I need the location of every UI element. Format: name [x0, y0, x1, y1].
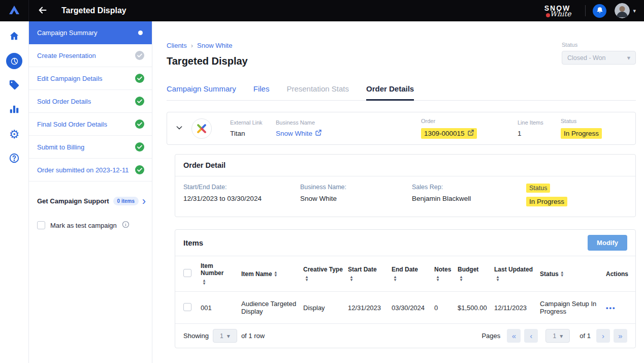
bar-chart-icon: [9, 104, 20, 116]
settings-nav-button[interactable]: ⚙: [6, 126, 22, 142]
modify-button[interactable]: Modify: [588, 235, 627, 251]
order-number-link[interactable]: 1309-000015: [421, 128, 477, 139]
step-label: Order submitted on 2023-12-11: [37, 166, 128, 174]
page-size-dropdown[interactable]: 1 ▾: [213, 329, 237, 343]
order-detail-title: Order Detail: [175, 155, 635, 176]
sidebar-step-order-submitted[interactable]: Order submitted on 2023-12-11: [29, 159, 152, 182]
chevron-down-icon: ▾: [627, 54, 630, 62]
row-actions-menu-button[interactable]: •••: [606, 304, 616, 312]
collapse-order-button[interactable]: [175, 124, 187, 133]
col-header-status[interactable]: Status: [538, 256, 604, 292]
breadcrumb-clients-link[interactable]: Clients: [167, 42, 187, 49]
sidebar-step-create-presentation[interactable]: Create Presentation: [29, 44, 152, 67]
line-items-label: Line Items: [518, 119, 561, 126]
row-select-cell: [175, 292, 199, 324]
user-avatar[interactable]: [615, 3, 630, 18]
chevron-right-icon: ›: [602, 331, 604, 340]
col-header-creative-type[interactable]: Creative Type: [301, 256, 346, 292]
app-logo-icon: [8, 4, 21, 18]
get-campaign-support-link[interactable]: Get Campaign Support 0 items ›: [29, 197, 152, 205]
previous-page-button[interactable]: ‹: [524, 329, 538, 343]
next-page-button[interactable]: ›: [596, 329, 610, 343]
page-title: Targeted Display: [167, 55, 248, 67]
tag-icon: [9, 79, 20, 92]
col-header-budget[interactable]: Budget: [456, 256, 492, 292]
sales-rep-value: Benjamin Blackwell: [412, 195, 526, 202]
campaign-status-dropdown[interactable]: Closed - Won ▾: [562, 51, 636, 65]
select-all-checkbox[interactable]: [183, 269, 191, 277]
first-page-button[interactable]: «: [507, 329, 521, 343]
check-circle-gray-icon: [135, 50, 145, 60]
col-header-start-date[interactable]: Start Date: [346, 256, 390, 292]
status-filter-label: Status: [562, 42, 636, 48]
home-icon: [9, 31, 20, 43]
creative-type-cell: Display: [301, 292, 346, 324]
step-label: Create Presentation: [37, 52, 96, 59]
tab-order-details[interactable]: Order Details: [366, 84, 414, 101]
items-card: Items Modify Item Number Item Name Creat…: [175, 229, 636, 348]
rows-count-text: of 1 row: [241, 332, 265, 340]
external-link-icon: [315, 130, 321, 137]
reports-nav-button[interactable]: [6, 102, 22, 118]
col-header-end-date[interactable]: End Date: [390, 256, 432, 292]
sort-icon: [460, 276, 462, 282]
col-header-last-updated[interactable]: Last Updated: [492, 256, 538, 292]
user-menu-chevron-icon[interactable]: ▾: [633, 8, 636, 14]
help-nav-button[interactable]: [6, 150, 22, 167]
table-header-row: Item Number Item Name Creative Type Star…: [175, 256, 635, 292]
start-end-date-value: 12/31/2023 to 03/30/2024: [183, 195, 300, 202]
main-content: Clients › Snow White Targeted Display St…: [152, 21, 644, 363]
items-title: Items: [183, 238, 203, 247]
test-campaign-label: Mark as test campaign: [50, 222, 117, 229]
external-link-label: External Link: [230, 119, 276, 126]
titan-x-logo: [191, 118, 212, 139]
col-header-item-name[interactable]: Item Name: [239, 256, 301, 292]
business-name-link[interactable]: Snow White: [276, 130, 421, 137]
sidebar-step-final-sold-order-details[interactable]: Final Sold Order Details: [29, 113, 152, 136]
sidebar-step-campaign-summary[interactable]: Campaign Summary: [29, 21, 152, 44]
step-label: Sold Order Details: [37, 98, 91, 105]
col-header-item-number[interactable]: Item Number: [199, 256, 239, 292]
tab-campaign-summary[interactable]: Campaign Summary: [167, 84, 236, 101]
double-chevron-left-icon: «: [512, 331, 516, 340]
table-row: 001 Audience Targeted Display Display 12…: [175, 292, 635, 324]
last-updated-cell: 12/11/2023: [492, 292, 538, 324]
tab-presentation-stats[interactable]: Presentation Stats: [286, 84, 349, 101]
back-button[interactable]: [37, 5, 48, 17]
page-number-dropdown[interactable]: 1 ▾: [545, 329, 570, 343]
notifications-button[interactable]: [593, 4, 606, 18]
app-logo[interactable]: [0, 0, 29, 21]
sort-icon: [203, 279, 205, 285]
sidebar-step-edit-campaign-details[interactable]: Edit Campaign Details: [29, 67, 152, 90]
check-circle-green-icon: [135, 73, 145, 83]
step-label: Submit to Billing: [37, 143, 84, 151]
select-row-checkbox[interactable]: [183, 303, 191, 311]
back-arrow-icon: [37, 5, 48, 17]
tab-bar: Campaign Summary Files Presentation Stat…: [167, 84, 636, 101]
info-icon[interactable]: [122, 221, 130, 230]
sidebar-step-submit-to-billing[interactable]: Submit to Billing: [29, 136, 152, 159]
support-label: Get Campaign Support: [37, 197, 109, 205]
breadcrumb-client-name-link[interactable]: Snow White: [197, 42, 232, 49]
col-header-notes[interactable]: Notes: [432, 256, 456, 292]
business-name-text: Snow White: [276, 130, 312, 137]
end-date-cell: 03/30/2024: [390, 292, 432, 324]
notes-cell: 0: [432, 292, 456, 324]
tab-files[interactable]: Files: [253, 84, 270, 101]
start-date-cell: 12/31/2023: [346, 292, 390, 324]
apple-icon: [546, 13, 550, 17]
external-link-icon: [468, 130, 474, 137]
last-page-button[interactable]: »: [614, 329, 627, 343]
pie-chart-icon: [6, 53, 22, 69]
test-campaign-checkbox[interactable]: [37, 221, 45, 229]
snow-white-brand-logo: SNOW White: [544, 5, 571, 17]
campaigns-nav-button[interactable]: [6, 53, 22, 69]
home-nav-button[interactable]: [6, 28, 22, 45]
business-name-label: Business Name:: [300, 184, 412, 191]
sort-icon: [394, 276, 396, 282]
sidebar-step-sold-order-details[interactable]: Sold Order Details: [29, 90, 152, 113]
tags-nav-button[interactable]: [6, 77, 22, 94]
table-footer: Showing 1 ▾ of 1 row Pages « ‹ 1 ▾ of 1 …: [175, 323, 635, 348]
step-label: Final Sold Order Details: [37, 120, 107, 128]
chevron-down-icon: ▾: [560, 332, 563, 340]
